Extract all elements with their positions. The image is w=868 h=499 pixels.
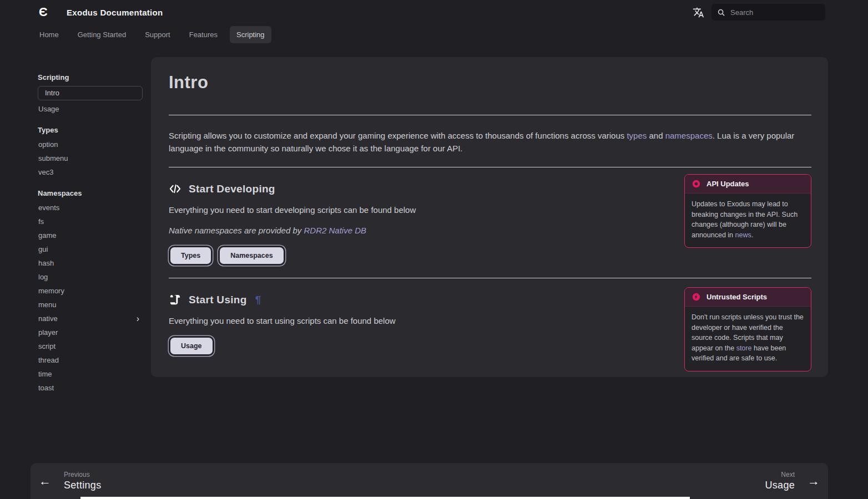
callout-title: API Updates xyxy=(706,180,749,188)
content-card: Intro Scripting allows you to customize … xyxy=(151,57,828,377)
store-link[interactable]: store xyxy=(736,344,752,352)
section-title: Start Using xyxy=(189,294,247,306)
divider xyxy=(169,115,811,115)
previous-page-title: Settings xyxy=(64,480,101,491)
sidebar-item-intro[interactable]: Intro xyxy=(38,86,143,100)
main-nav: Home Getting Started Support Features Sc… xyxy=(0,24,868,44)
nav-item-scripting[interactable]: Scripting xyxy=(230,26,271,43)
sidebar-item-player[interactable]: player xyxy=(38,325,143,339)
usage-button[interactable]: Usage xyxy=(169,336,214,356)
arrow-right-icon: → xyxy=(808,474,820,488)
sidebar-item-hash[interactable]: hash xyxy=(38,256,143,270)
sidebar-section-title: Types xyxy=(38,123,143,138)
namespaces-link[interactable]: namespaces xyxy=(665,131,713,140)
site-title: Exodus Documentation xyxy=(67,8,163,17)
danger-bolt-icon xyxy=(692,292,701,302)
note-text: Native namespaces are provided by xyxy=(169,226,304,235)
next-page-link[interactable]: Next Usage → xyxy=(765,471,820,491)
previous-page-link[interactable]: ← Previous Settings xyxy=(39,471,101,491)
nav-item-features[interactable]: Features xyxy=(183,26,224,43)
intro-text: Scripting allows you to customize and ex… xyxy=(169,131,627,140)
callout-body: Updates to Exodus may lead to breaking c… xyxy=(685,194,811,247)
bottom-scrollbar[interactable] xyxy=(80,497,690,499)
badge-seal-icon xyxy=(692,179,701,189)
next-page-title: Usage xyxy=(765,480,795,491)
sidebar-item-label: native xyxy=(38,312,58,325)
translate-icon[interactable] xyxy=(692,6,705,19)
divider xyxy=(169,167,811,167)
sidebar-item-script[interactable]: script xyxy=(38,339,143,353)
sidebar-item-toast[interactable]: toast xyxy=(38,381,143,395)
previous-label: Previous xyxy=(64,471,101,478)
section-title: Start Developing xyxy=(189,183,275,195)
namespaces-button[interactable]: Namespaces xyxy=(218,246,285,266)
types-button[interactable]: Types xyxy=(169,246,213,266)
sidebar-item-usage[interactable]: Usage xyxy=(38,102,143,116)
sidebar-item-submenu[interactable]: submenu xyxy=(38,151,143,165)
sidebar: Scripting Intro Usage Types option subme… xyxy=(38,70,143,402)
scroll-icon xyxy=(169,293,181,306)
header-top-row: Є Exodus Documentation xyxy=(0,0,868,24)
sidebar-section-title: Scripting xyxy=(38,70,143,85)
sidebar-item-gui[interactable]: gui xyxy=(38,242,143,256)
callout-body: Don't run scripts unless you trust the d… xyxy=(685,307,811,371)
untrusted-scripts-callout: Untrusted Scripts Don't run scripts unle… xyxy=(684,287,811,371)
footer-pager: ← Previous Settings Next Usage → xyxy=(31,463,828,499)
types-link[interactable]: types xyxy=(627,131,647,140)
exodus-logo-icon[interactable]: Є xyxy=(39,5,52,19)
callout-header: API Updates xyxy=(685,175,811,194)
search-box[interactable] xyxy=(711,4,825,21)
anchor-link-icon[interactable]: ¶ xyxy=(255,294,261,306)
intro-text: and xyxy=(647,131,665,140)
next-label: Next xyxy=(765,471,795,478)
api-updates-callout: API Updates Updates to Exodus may lead t… xyxy=(684,174,811,248)
sidebar-item-menu[interactable]: menu xyxy=(38,298,143,312)
sidebar-item-time[interactable]: time xyxy=(38,367,143,381)
nav-item-getting-started[interactable]: Getting Started xyxy=(71,26,133,43)
sidebar-item-memory[interactable]: memory xyxy=(38,284,143,298)
rdr2-native-db-link[interactable]: RDR2 Native DB xyxy=(304,226,366,235)
search-input[interactable] xyxy=(730,8,814,17)
header: Є Exodus Documentation Home Getting Star… xyxy=(0,0,868,48)
arrow-left-icon: ← xyxy=(39,474,51,488)
chevron-right-icon: › xyxy=(137,312,139,325)
divider xyxy=(169,278,811,278)
sidebar-item-log[interactable]: log xyxy=(38,270,143,284)
news-link[interactable]: news xyxy=(735,231,751,239)
start-developing-buttons: Types Namespaces xyxy=(169,246,810,266)
sidebar-item-option[interactable]: option xyxy=(38,138,143,151)
sidebar-section-scripting: Scripting Intro Usage xyxy=(38,70,143,116)
code-brackets-icon xyxy=(169,182,181,195)
callout-title: Untrusted Scripts xyxy=(706,293,767,301)
sidebar-item-events[interactable]: events xyxy=(38,201,143,215)
sidebar-section-types: Types option submenu vec3 xyxy=(38,123,143,179)
sidebar-section-title: Namespaces xyxy=(38,186,143,201)
sidebar-item-game[interactable]: game xyxy=(38,228,143,242)
sidebar-item-native[interactable]: native › xyxy=(38,312,143,325)
intro-paragraph: Scripting allows you to customize and ex… xyxy=(169,129,811,155)
search-icon xyxy=(717,8,725,17)
sidebar-item-fs[interactable]: fs xyxy=(38,215,143,228)
sidebar-item-vec3[interactable]: vec3 xyxy=(38,165,143,179)
page-title: Intro xyxy=(169,73,810,93)
callout-text: . xyxy=(751,231,753,239)
callout-header: Untrusted Scripts xyxy=(685,288,811,307)
nav-item-support[interactable]: Support xyxy=(138,26,177,43)
nav-item-home[interactable]: Home xyxy=(33,26,65,43)
sidebar-section-namespaces: Namespaces events fs game gui hash log m… xyxy=(38,186,143,395)
sidebar-item-thread[interactable]: thread xyxy=(38,353,143,367)
